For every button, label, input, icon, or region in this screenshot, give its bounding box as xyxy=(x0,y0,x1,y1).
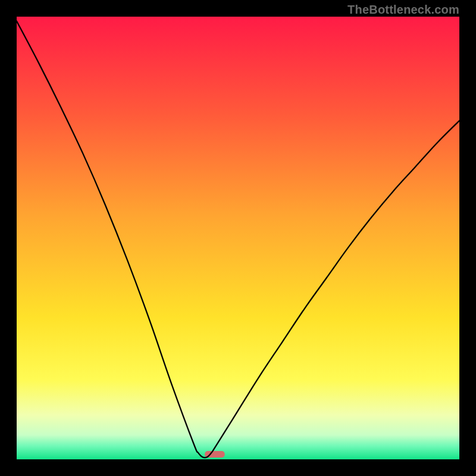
gradient-background xyxy=(17,17,459,459)
chart-outer-frame: TheBottleneck.com xyxy=(0,0,476,476)
watermark-text: TheBottleneck.com xyxy=(347,3,459,17)
chart-svg xyxy=(17,17,459,459)
chart-plot-area xyxy=(17,17,459,459)
